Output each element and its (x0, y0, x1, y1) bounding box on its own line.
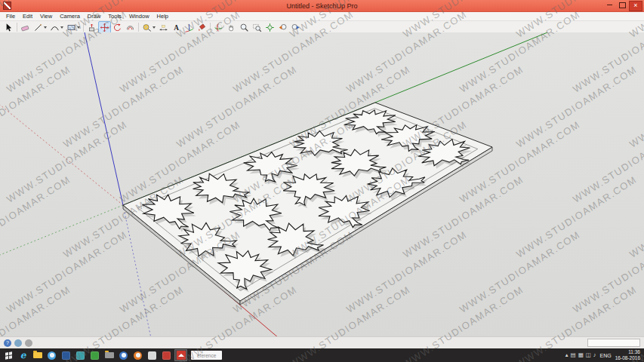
paint-bucket-tool[interactable] (196, 21, 208, 34)
next-view-tool[interactable] (289, 21, 302, 34)
paint-icon (197, 23, 207, 32)
app-icon (119, 351, 128, 360)
rectangle-tool[interactable] (65, 21, 82, 34)
windows-logo-icon (5, 351, 12, 359)
person-icon[interactable] (25, 339, 32, 347)
toolbar-separator (210, 23, 211, 32)
close-button[interactable]: × (629, 1, 642, 11)
previous-view-tool[interactable] (276, 21, 289, 34)
menu-camera[interactable]: Camera (56, 13, 84, 20)
clock[interactable]: 11:36 16-08-2016 (615, 349, 640, 361)
arc-icon (50, 23, 60, 32)
taskbar-app-ie[interactable]: e (17, 349, 29, 361)
minimize-icon (607, 5, 612, 5)
drawing-viewport[interactable] (0, 32, 644, 337)
arc-tool[interactable] (48, 21, 65, 34)
start-button[interactable] (2, 349, 15, 361)
network-icon[interactable]: ▦ (578, 352, 584, 358)
move-tool[interactable] (98, 21, 111, 34)
statusbar: ? (0, 336, 644, 348)
line-tool[interactable] (32, 21, 48, 34)
app-icon (48, 351, 56, 360)
menu-draw[interactable]: Draw (84, 13, 105, 20)
model-canvas[interactable] (0, 32, 644, 356)
maximize-icon (619, 2, 626, 8)
dropdown-caret-icon[interactable] (153, 26, 156, 29)
taskbar: e eference ▴▤▦◫♪ ENG 11:36 16-08-2016 (0, 348, 644, 362)
clock-time: 11:36 (615, 349, 640, 355)
dimension-tool[interactable] (157, 21, 170, 34)
dropdown-caret-icon[interactable] (44, 26, 47, 29)
taskbar-app-teal[interactable] (74, 349, 87, 361)
app-icon (134, 351, 142, 360)
eraser-tool[interactable] (19, 21, 32, 34)
menu-file[interactable]: File (2, 13, 19, 20)
axes-icon (184, 23, 194, 32)
axes-tool[interactable] (183, 21, 196, 34)
folder-icon (33, 352, 42, 358)
push-pull-tool[interactable] (85, 21, 98, 34)
taskbar-app-chrome[interactable] (45, 349, 58, 361)
rotate-tool[interactable] (111, 21, 124, 34)
app-icon (76, 351, 85, 360)
sketchup-window: Untitled - SketchUp Pro × FileEditViewCa… (0, 0, 644, 362)
close-icon: × (633, 2, 637, 9)
text-tool[interactable]: A (170, 21, 183, 34)
tape-icon (142, 23, 152, 32)
zoom-window-tool[interactable] (251, 21, 263, 34)
menubar: FileEditViewCameraDrawToolsWindowHelp (0, 12, 644, 21)
dimension-icon (159, 23, 168, 32)
pan-tool[interactable] (225, 21, 238, 34)
pan-icon (226, 23, 236, 32)
question-icon[interactable]: ? (4, 339, 11, 347)
orbit-icon (214, 23, 223, 32)
orbit-tool[interactable] (212, 21, 225, 34)
app-icon (162, 351, 171, 360)
taskbar-app-green[interactable] (88, 349, 101, 361)
pc-status-icon[interactable]: ▤ (571, 352, 576, 358)
menu-help[interactable]: Help (153, 13, 172, 20)
taskbar-app-sketchup[interactable] (174, 349, 187, 361)
browser-e-icon: e (20, 351, 26, 360)
measurements-box[interactable] (587, 339, 640, 347)
menu-edit[interactable]: Edit (19, 13, 36, 20)
maximize-button[interactable] (616, 1, 628, 10)
globe-icon[interactable] (14, 339, 22, 347)
text-icon: A (171, 23, 181, 32)
volume-icon[interactable]: ♪ (593, 352, 596, 358)
taskbar-window-button[interactable]: eference (191, 351, 222, 360)
minimize-button[interactable] (603, 1, 615, 10)
taskbar-app-light[interactable] (146, 349, 159, 361)
zoom-tool[interactable] (238, 21, 251, 34)
menu-tools[interactable]: Tools (104, 13, 125, 20)
taskbar-app-gray[interactable] (103, 349, 116, 361)
rectangle-icon (66, 23, 76, 32)
language-indicator[interactable]: ENG (600, 353, 612, 358)
svg-text:A: A (174, 24, 179, 32)
clock-date: 16-08-2016 (615, 355, 640, 361)
move-icon (100, 23, 109, 32)
window-title: Untitled - SketchUp Pro (0, 2, 644, 10)
battery-icon[interactable]: ◫ (586, 352, 591, 358)
offset-tool[interactable] (124, 21, 137, 34)
next-icon (291, 23, 300, 32)
dropdown-caret-icon[interactable] (77, 26, 80, 29)
menu-window[interactable]: Window (125, 13, 153, 20)
toolbar-separator (83, 23, 84, 32)
app-icon (148, 351, 156, 360)
taskbar-app-red[interactable] (160, 349, 173, 361)
taskbar-app-explorer[interactable] (31, 349, 44, 361)
show-hidden-icons-icon[interactable]: ▴ (565, 352, 569, 358)
taskbar-app-blue2[interactable] (117, 349, 130, 361)
toolbar-separator (17, 23, 17, 32)
app-icon (62, 351, 70, 360)
dropdown-caret-icon[interactable] (60, 26, 63, 29)
tape-measure-tool[interactable] (140, 21, 157, 34)
menu-view[interactable]: View (36, 13, 56, 20)
folder-icon (105, 352, 114, 358)
system-tray: ▴▤▦◫♪ ENG 11:36 16-08-2016 (565, 349, 642, 361)
zoom-extents-tool[interactable] (263, 21, 276, 34)
taskbar-app-blue[interactable] (60, 349, 72, 361)
taskbar-app-orange[interactable] (131, 349, 144, 361)
select-tool[interactable] (2, 21, 15, 34)
